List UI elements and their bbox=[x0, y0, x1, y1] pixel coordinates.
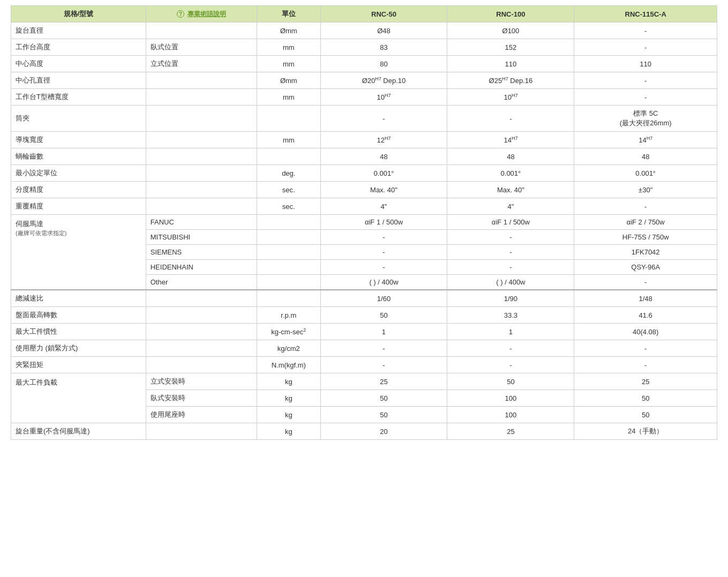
term-link[interactable]: 專業術語說明 bbox=[187, 10, 226, 18]
row-guide-width-rnc100: 14H7 bbox=[447, 132, 574, 148]
row-spindle-dia-rnc100: Ø100 bbox=[447, 23, 574, 39]
row-spindle-dia-rnc115: - bbox=[574, 23, 717, 39]
row-max-load-tailstock-term: 使用尾座時 bbox=[146, 407, 257, 423]
row-center-hole: 中心孔直徑ØmmØ20H7 Dep.10Ø25H7 Dep.16- bbox=[11, 72, 717, 89]
row-min-unit-rnc100: 0.001° bbox=[447, 165, 574, 182]
row-max-load-horizontal-term: 臥式安裝時 bbox=[146, 390, 257, 407]
row-spindle-dia: 旋台直徑ØmmØ48Ø100- bbox=[11, 23, 717, 39]
row-worm-teeth-rnc115: 48 bbox=[574, 148, 717, 165]
row-work-height-rnc50: 83 bbox=[320, 39, 447, 56]
row-clamp-torque-rnc50: - bbox=[320, 357, 447, 373]
header-rnc50: RNC-50 bbox=[320, 6, 447, 23]
row-tslot-rnc100: 10H7 bbox=[447, 89, 574, 106]
row-servo-other-rnc115: - bbox=[574, 275, 717, 290]
row-center-hole-rnc50: Ø20H7 Dep.10 bbox=[320, 72, 447, 89]
main-container: 規格/型號 ? 專業術語說明 單位 RNC-50 RNC-100 RNC-115… bbox=[0, 0, 728, 445]
header-row: 規格/型號 ? 專業術語說明 單位 RNC-50 RNC-100 RNC-115… bbox=[11, 6, 717, 23]
row-div-accuracy-rnc115: ±30" bbox=[574, 182, 717, 198]
row-collet-unit bbox=[257, 106, 320, 132]
row-min-unit-unit: deg. bbox=[257, 165, 320, 182]
row-center-height-rnc50: 80 bbox=[320, 56, 447, 72]
row-reduction-ratio-spec: 總減速比 bbox=[11, 290, 146, 307]
row-servo-fanuc: 伺服馬達(廠牌可依需求指定)FANUCαiF 1 / 500wαiF 1 / 5… bbox=[11, 215, 717, 230]
row-worm-teeth-unit bbox=[257, 148, 320, 165]
row-max-load-tailstock-rnc115: 50 bbox=[574, 407, 717, 423]
row-weight-rnc100: 25 bbox=[447, 423, 574, 440]
row-div-accuracy-unit: sec. bbox=[257, 182, 320, 198]
row-center-hole-rnc115: - bbox=[574, 72, 717, 89]
row-max-inertia-term bbox=[146, 324, 257, 340]
row-work-height-rnc115: - bbox=[574, 39, 717, 56]
row-center-hole-unit: Ømm bbox=[257, 72, 320, 89]
row-pressure-rnc50: - bbox=[320, 340, 447, 357]
row-max-load-vertical: 最大工件負載立式安裝時kg255025 bbox=[11, 373, 717, 390]
row-guide-width-rnc50: 12H7 bbox=[320, 132, 447, 148]
row-reduction-ratio-rnc100: 1/90 bbox=[447, 290, 574, 307]
row-max-inertia-spec: 最大工件慣性 bbox=[11, 324, 146, 340]
row-center-height-spec: 中心高度 bbox=[11, 56, 146, 72]
header-spec: 規格/型號 bbox=[11, 6, 146, 23]
row-servo-siemens-rnc100: - bbox=[447, 245, 574, 260]
row-max-rpm-rnc50: 50 bbox=[320, 307, 447, 324]
row-max-rpm-rnc115: 41.6 bbox=[574, 307, 717, 324]
row-guide-width: 導塊寬度mm12H714H714H7 bbox=[11, 132, 717, 148]
row-max-rpm-spec: 盤面最高轉數 bbox=[11, 307, 146, 324]
row-center-hole-rnc100: Ø25H7 Dep.16 bbox=[447, 72, 574, 89]
row-servo-fanuc-rnc115: αiF 2 / 750w bbox=[574, 215, 717, 230]
row-spindle-dia-term bbox=[146, 23, 257, 39]
row-clamp-torque-rnc115: - bbox=[574, 357, 717, 373]
row-worm-teeth-spec: 蝸輪齒數 bbox=[11, 148, 146, 165]
row-repeat-accuracy-rnc50: 4" bbox=[320, 198, 447, 215]
row-work-height-unit: mm bbox=[257, 39, 320, 56]
row-spindle-dia-rnc50: Ø48 bbox=[320, 23, 447, 39]
row-min-unit-term bbox=[146, 165, 257, 182]
row-repeat-accuracy-unit: sec. bbox=[257, 198, 320, 215]
row-max-rpm-rnc100: 33.3 bbox=[447, 307, 574, 324]
question-icon: ? bbox=[177, 10, 184, 18]
row-collet-term bbox=[146, 106, 257, 132]
row-weight: 旋台重量(不含伺服馬達)kg202524（手動） bbox=[11, 423, 717, 440]
row-guide-width-spec: 導塊寬度 bbox=[11, 132, 146, 148]
row-work-height-term: 臥式位置 bbox=[146, 39, 257, 56]
row-div-accuracy-spec: 分度精度 bbox=[11, 182, 146, 198]
row-max-load-vertical-rnc50: 25 bbox=[320, 373, 447, 390]
row-worm-teeth-rnc100: 48 bbox=[447, 148, 574, 165]
row-servo-heidenhain-term: HEIDENHAIN bbox=[146, 260, 257, 275]
row-pressure: 使用壓力 (鎖緊方式)kg/cm2--- bbox=[11, 340, 717, 357]
row-pressure-rnc100: - bbox=[447, 340, 574, 357]
row-servo-other-rnc100: ( ) / 400w bbox=[447, 275, 574, 290]
row-div-accuracy: 分度精度sec.Max. 40"Max. 40"±30" bbox=[11, 182, 717, 198]
row-work-height-spec: 工作台高度 bbox=[11, 39, 146, 56]
row-clamp-torque: 夾緊扭矩N.m(kgf.m)--- bbox=[11, 357, 717, 373]
row-servo-fanuc-unit bbox=[257, 215, 320, 230]
row-collet: 筒夾--標準 5C(最大夾徑26mm) bbox=[11, 106, 717, 132]
row-servo-fanuc-spec: 伺服馬達(廠牌可依需求指定) bbox=[11, 215, 146, 290]
row-servo-mitsubishi-unit bbox=[257, 230, 320, 245]
row-servo-fanuc-rnc100: αiF 1 / 500w bbox=[447, 215, 574, 230]
row-tslot-rnc50: 10H7 bbox=[320, 89, 447, 106]
row-pressure-unit: kg/cm2 bbox=[257, 340, 320, 357]
row-pressure-rnc115: - bbox=[574, 340, 717, 357]
row-servo-fanuc-rnc50: αiF 1 / 500w bbox=[320, 215, 447, 230]
row-servo-siemens-term: SIEMENS bbox=[146, 245, 257, 260]
row-max-rpm-term bbox=[146, 307, 257, 324]
row-repeat-accuracy-rnc115: - bbox=[574, 198, 717, 215]
row-min-unit-spec: 最小設定單位 bbox=[11, 165, 146, 182]
row-div-accuracy-term bbox=[146, 182, 257, 198]
row-max-load-horizontal-rnc115: 50 bbox=[574, 390, 717, 407]
row-pressure-term bbox=[146, 340, 257, 357]
header-term[interactable]: ? 專業術語說明 bbox=[146, 6, 257, 23]
row-work-height-rnc100: 152 bbox=[447, 39, 574, 56]
row-weight-spec: 旋台重量(不含伺服馬達) bbox=[11, 423, 146, 440]
row-reduction-ratio-rnc50: 1/60 bbox=[320, 290, 447, 307]
row-servo-other-rnc50: ( ) / 400w bbox=[320, 275, 447, 290]
row-servo-heidenhain-rnc100: - bbox=[447, 260, 574, 275]
row-reduction-ratio-rnc115: 1/48 bbox=[574, 290, 717, 307]
row-max-load-tailstock-rnc100: 100 bbox=[447, 407, 574, 423]
row-pressure-spec: 使用壓力 (鎖緊方式) bbox=[11, 340, 146, 357]
row-max-load-vertical-spec: 最大工件負載 bbox=[11, 373, 146, 423]
row-clamp-torque-rnc100: - bbox=[447, 357, 574, 373]
header-rnc100: RNC-100 bbox=[447, 6, 574, 23]
row-weight-unit: kg bbox=[257, 423, 320, 440]
row-reduction-ratio: 總減速比1/601/901/48 bbox=[11, 290, 717, 307]
